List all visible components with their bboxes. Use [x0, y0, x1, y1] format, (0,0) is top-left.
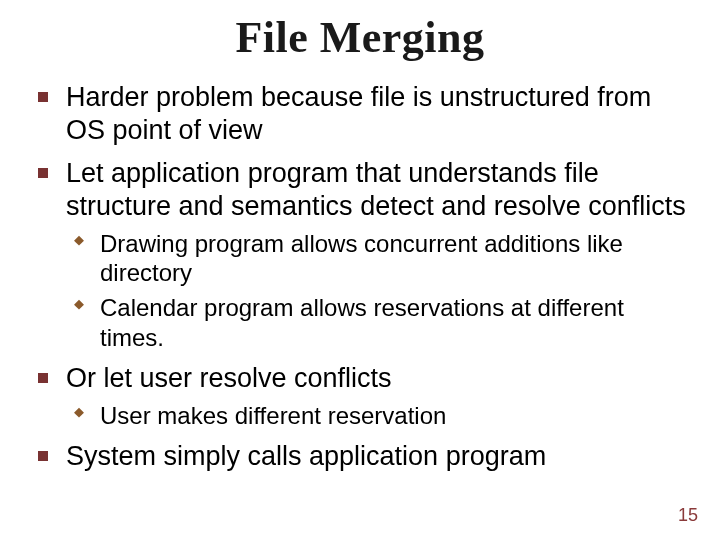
bullet-list: Harder problem because file is unstructu… — [28, 81, 692, 473]
sub-bullet-list: Drawing program allows concurrent additi… — [66, 229, 692, 352]
bullet-text: Let application program that understands… — [66, 158, 686, 221]
slide: File Merging Harder problem because file… — [0, 0, 720, 540]
sub-bullet-item: Calendar program allows reservations at … — [100, 293, 692, 352]
bullet-item: System simply calls application program — [66, 440, 692, 473]
sub-bullet-item: User makes different reservation — [100, 401, 692, 430]
bullet-text: Or let user resolve conflicts — [66, 363, 392, 393]
bullet-item: Or let user resolve conflicts User makes… — [66, 362, 692, 430]
slide-title: File Merging — [28, 12, 692, 63]
sub-bullet-list: User makes different reservation — [66, 401, 692, 430]
sub-bullet-item: Drawing program allows concurrent additi… — [100, 229, 692, 288]
bullet-item: Let application program that understands… — [66, 157, 692, 352]
page-number: 15 — [678, 505, 698, 526]
bullet-item: Harder problem because file is unstructu… — [66, 81, 692, 147]
